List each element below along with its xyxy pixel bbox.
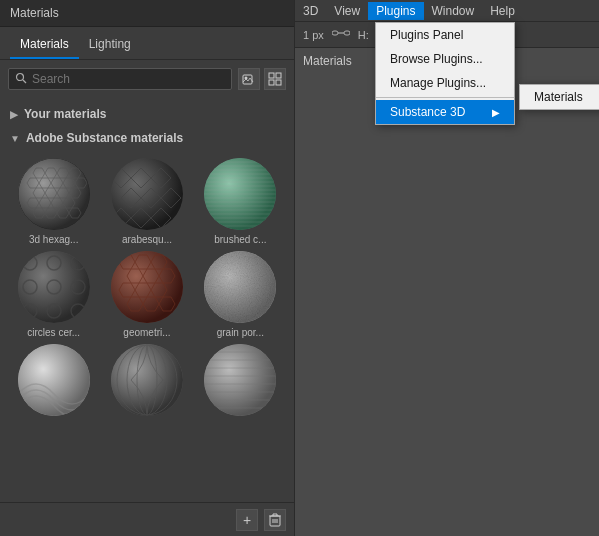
svg-point-33 (18, 251, 90, 323)
substance-submenu: Materials (519, 84, 599, 110)
your-materials-label: Your materials (24, 107, 106, 121)
svg-point-44 (111, 251, 183, 323)
menu-separator (376, 97, 514, 98)
your-materials-header[interactable]: ▶ Your materials (0, 102, 294, 126)
list-item[interactable]: circles cer... (10, 251, 97, 338)
menu-window[interactable]: Window (424, 2, 483, 20)
svg-rect-4 (269, 73, 274, 78)
material-label: grain por... (217, 327, 264, 338)
svg-point-0 (17, 74, 24, 81)
material-thumb-brushed (204, 158, 276, 230)
size-label-1px: 1 px (303, 29, 324, 41)
tab-lighting[interactable]: Lighting (79, 33, 141, 59)
menu-3d[interactable]: 3D (295, 2, 326, 20)
import-icon-btn[interactable] (238, 68, 260, 90)
delete-material-button[interactable] (264, 509, 286, 531)
menu-plugins[interactable]: Plugins (368, 2, 423, 20)
menu-item-substance-3d[interactable]: Substance 3D ▶ (376, 100, 514, 124)
materials-list: ▶ Your materials ▼ Adobe Substance mater… (0, 98, 294, 502)
material-thumb-hexagon (18, 158, 90, 230)
submenu-arrow-icon: ▶ (492, 107, 500, 118)
add-material-button[interactable]: + (236, 509, 258, 531)
svg-rect-6 (269, 80, 274, 85)
svg-point-68 (204, 344, 276, 416)
grid-icon-btn[interactable] (264, 68, 286, 90)
adobe-substance-label: Adobe Substance materials (26, 131, 183, 145)
submenu-item-materials[interactable]: Materials (520, 85, 599, 109)
menu-help[interactable]: Help (482, 2, 523, 20)
search-input[interactable] (32, 72, 225, 86)
menu-item-plugins-panel[interactable]: Plugins Panel (376, 23, 514, 47)
materials-panel: Materials Materials Lighting (0, 0, 295, 536)
panel-tabs: Materials Lighting (0, 27, 294, 60)
tab-materials[interactable]: Materials (10, 33, 79, 59)
list-item[interactable]: grain por... (197, 251, 284, 338)
svg-rect-7 (276, 80, 281, 85)
materials-grid: 3d hexag... (0, 150, 294, 428)
material-label: circles cer... (27, 327, 80, 338)
material-label: brushed c... (214, 234, 266, 245)
list-item[interactable]: arabesqu... (103, 158, 190, 245)
chain-icon (332, 26, 350, 43)
svg-point-59 (204, 251, 276, 323)
material-thumb-partial2 (111, 344, 183, 416)
list-item[interactable] (197, 344, 284, 420)
search-input-wrap (8, 68, 232, 90)
material-label: 3d hexag... (29, 234, 78, 245)
breadcrumb-text: Materials (303, 54, 352, 68)
svg-point-63 (111, 344, 183, 416)
svg-line-1 (23, 80, 26, 83)
material-thumb-arabesque (111, 158, 183, 230)
search-bar (0, 60, 294, 98)
bottom-toolbar: + (0, 502, 294, 536)
menu-item-manage-plugins[interactable]: Manage Plugins... (376, 71, 514, 95)
material-thumb-partial1 (18, 344, 90, 416)
material-label: geometri... (123, 327, 170, 338)
menu-bar: 3D View Plugins Window Help (295, 0, 599, 22)
list-item[interactable] (103, 344, 190, 420)
search-icon (15, 72, 27, 86)
panel-title: Materials (10, 6, 59, 20)
height-label: H: (358, 29, 369, 41)
material-thumb-circles (18, 251, 90, 323)
adobe-substance-header[interactable]: ▼ Adobe Substance materials (0, 126, 294, 150)
svg-rect-5 (276, 73, 281, 78)
menu-item-browse-plugins[interactable]: Browse Plugins... (376, 47, 514, 71)
panel-title-bar: Materials (0, 0, 294, 27)
list-item[interactable]: 3d hexag... (10, 158, 97, 245)
plugins-dropdown: Plugins Panel Browse Plugins... Manage P… (375, 22, 515, 125)
svg-rect-83 (344, 31, 350, 35)
menu-view[interactable]: View (326, 2, 368, 20)
material-thumb-partial3 (204, 344, 276, 416)
svg-rect-82 (332, 31, 338, 35)
chevron-down-icon: ▼ (10, 133, 20, 144)
material-thumb-geometric (111, 251, 183, 323)
main-canvas (295, 74, 599, 536)
material-label: arabesqu... (122, 234, 172, 245)
substance-3d-label: Substance 3D (390, 105, 465, 119)
list-item[interactable]: brushed c... (197, 158, 284, 245)
chevron-right-icon: ▶ (10, 109, 18, 120)
list-item[interactable]: geometri... (103, 251, 190, 338)
material-thumb-grain (204, 251, 276, 323)
list-item[interactable] (10, 344, 97, 420)
search-actions (238, 68, 286, 90)
